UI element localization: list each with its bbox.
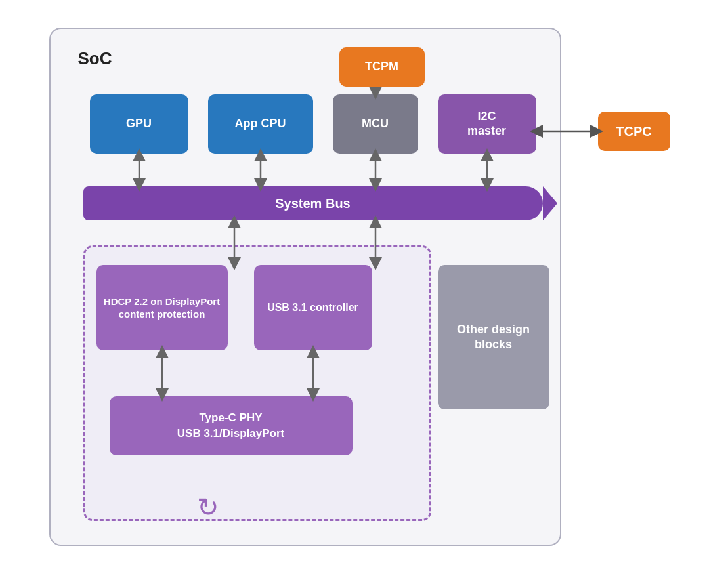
soc-label: SoC (78, 49, 112, 69)
i2c-master-block: I2C master (438, 94, 536, 154)
gpu-block: GPU (90, 94, 188, 154)
diagram-wrapper: SoC GPU App CPU TCPM MCU I2C master Syst… (36, 14, 693, 566)
tcpc-block: TCPC (598, 112, 670, 151)
system-bus-block: System Bus (83, 186, 543, 220)
typephy-block: Type-C PHY USB 3.1/DisplayPort (110, 396, 353, 455)
mcu-block: MCU (333, 94, 418, 154)
hdcp-block: HDCP 2.2 on DisplayPort content protecti… (96, 265, 228, 350)
soc-box: SoC GPU App CPU TCPM MCU I2C master Syst… (49, 28, 561, 546)
appcpu-block: App CPU (208, 94, 313, 154)
usb-block: USB 3.1 controller (254, 265, 372, 350)
other-design-blocks: Other design blocks (438, 265, 549, 409)
tcpm-block: TCPM (339, 47, 425, 87)
cycle-icon: ↻ (192, 491, 225, 524)
